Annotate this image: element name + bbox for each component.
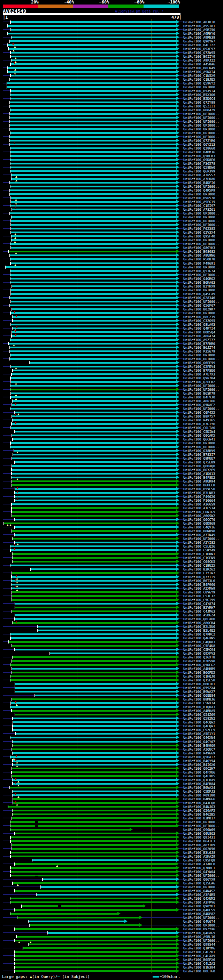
hit-label[interactable]: UniRef100_B4NJQ3: [183, 805, 215, 808]
hit-label[interactable]: UniRef100_Q0D868: [183, 522, 215, 525]
hit-bar[interactable]: [12, 465, 176, 467]
hit-bar[interactable]: [15, 963, 176, 964]
hit-label[interactable]: UniRef100_B4DFI6: [183, 181, 215, 185]
hit-label[interactable]: UniRef100_B4F8D2: [183, 476, 215, 479]
hit-label[interactable]: UniRef100_A9NXI4: [183, 70, 215, 74]
hit-bar[interactable]: [15, 649, 176, 651]
hit-label[interactable]: UniRef100_B4DMJ6: [183, 150, 215, 154]
hit-bar[interactable]: [41, 886, 176, 888]
hit-bar[interactable]: [11, 247, 176, 248]
hit-bar[interactable]: [13, 882, 176, 884]
hit-label[interactable]: UniRef100_A4S8A6: [183, 62, 215, 66]
hit-label[interactable]: UniRef100_C5GI59: [183, 598, 215, 602]
hit-label[interactable]: UniRef100_C1N5X9: [183, 74, 215, 78]
hit-label[interactable]: UniRef100_C3ZG95: [183, 319, 215, 323]
hit-bar[interactable]: [12, 415, 176, 417]
hit-label[interactable]: UniRef100_Q4N4S2: [183, 889, 215, 893]
hit-bar[interactable]: [15, 519, 176, 520]
hit-bar[interactable]: [11, 442, 176, 444]
hit-label[interactable]: UniRef100_A9RHY0: [183, 32, 215, 35]
hit-label[interactable]: UniRef100_A4HHB9: [183, 667, 215, 671]
hit-bar[interactable]: [11, 324, 176, 325]
hit-label[interactable]: UniRef100_Q4XUM2: [183, 897, 215, 900]
hit-label[interactable]: UniRef100_Q5RCR3: [183, 154, 215, 158]
hit-label[interactable]: UniRef100_B7FHR0: [183, 342, 215, 345]
hit-bar[interactable]: [12, 434, 176, 436]
hit-bar[interactable]: [13, 553, 176, 555]
hit-bar[interactable]: [11, 239, 176, 241]
hit-label[interactable]: UniRef100_A9RN38: [183, 35, 215, 39]
hit-label[interactable]: UniRef100_UPI000..: [183, 219, 219, 223]
hit-bar[interactable]: [15, 909, 176, 911]
hit-label[interactable]: UniRef100_B3RZ62: [183, 567, 215, 571]
hit-bar[interactable]: [10, 274, 176, 276]
hit-label[interactable]: UniRef100_A5KAZ9: [183, 854, 215, 858]
hit-label[interactable]: UniRef100_UPI000..: [183, 185, 219, 188]
hit-bar[interactable]: [15, 955, 176, 957]
hit-label[interactable]: UniRef100_A7E7X3: [183, 372, 215, 376]
hit-bar[interactable]: [6, 266, 176, 268]
hit-label[interactable]: UniRef100_Q90W69: [183, 828, 215, 832]
hit-bar[interactable]: [12, 748, 176, 750]
hit-bar[interactable]: [10, 385, 176, 387]
hit-bar[interactable]: [10, 128, 176, 130]
hit-label[interactable]: UniRef100_Q7ZY88: [183, 100, 215, 104]
hit-label[interactable]: UniRef100_P36578: [183, 162, 215, 165]
hit-bar[interactable]: [11, 59, 176, 61]
hit-bar[interactable]: [13, 721, 176, 723]
hit-bar[interactable]: [12, 817, 176, 819]
hit-label[interactable]: UniRef100_B4JEQ6: [183, 801, 215, 805]
hit-label[interactable]: UniRef100_B6SK79: [183, 391, 215, 395]
hit-bar[interactable]: [13, 320, 176, 321]
hit-label[interactable]: UniRef100_Q0CAK5: [183, 434, 215, 438]
hit-bar[interactable]: [11, 871, 176, 873]
hit-bar[interactable]: [10, 147, 176, 149]
hit-label[interactable]: UniRef100_A1D013: [183, 472, 215, 476]
hit-bar[interactable]: [10, 282, 176, 283]
hit-bar[interactable]: [10, 212, 176, 214]
hit-label[interactable]: UniRef100_Q6Y213: [183, 143, 215, 146]
hit-bar[interactable]: [10, 756, 176, 758]
hit-label[interactable]: UniRef100_Q5ZII1: [183, 104, 215, 108]
hit-bar[interactable]: [10, 304, 176, 306]
hit-bar[interactable]: [12, 423, 176, 425]
hit-bar[interactable]: [15, 526, 176, 528]
hit-label[interactable]: UniRef100_A4RHA5: [183, 709, 215, 713]
hit-label[interactable]: UniRef100_B0Z9K7: [183, 307, 215, 311]
hit-label[interactable]: UniRef100_C7YTW7: [183, 571, 215, 575]
hit-bar[interactable]: [15, 614, 176, 616]
hit-label[interactable]: UniRef100_Q7PRC2: [183, 632, 215, 636]
hit-bar[interactable]: [11, 301, 176, 302]
hit-bar[interactable]: [12, 515, 176, 517]
hit-bar[interactable]: [12, 572, 176, 574]
hit-bar[interactable]: [13, 419, 176, 421]
hit-bar[interactable]: [12, 772, 176, 773]
hit-label[interactable]: UniRef100_UPI000..: [183, 357, 219, 361]
hit-bar[interactable]: [15, 959, 176, 961]
hit-label[interactable]: UniRef100_P10664: [183, 498, 215, 502]
hit-bar[interactable]: [12, 473, 176, 474]
hit-bar[interactable]: [10, 159, 176, 161]
hit-bar[interactable]: [11, 52, 176, 54]
hit-label[interactable]: UniRef100_Q59GY2: [183, 81, 215, 85]
hit-bar[interactable]: [13, 622, 176, 624]
hit-bar[interactable]: [12, 645, 176, 647]
hit-bar[interactable]: [12, 469, 176, 471]
hit-label[interactable]: UniRef100_A2YIS2: [183, 541, 215, 544]
hit-bar[interactable]: [13, 725, 176, 727]
hit-bar[interactable]: [14, 412, 176, 414]
hit-bar[interactable]: [10, 565, 176, 566]
hit-bar[interactable]: [10, 546, 176, 547]
hit-label[interactable]: UniRef100_B4IGX6: [183, 763, 215, 767]
hit-bar[interactable]: [11, 549, 176, 551]
hit-bar[interactable]: [9, 251, 176, 252]
hit-label[interactable]: UniRef100_UPI000..: [183, 311, 219, 315]
hit-label[interactable]: UniRef100_Q4U6T4: [183, 920, 215, 923]
hit-label[interactable]: UniRef100_UPI000..: [183, 445, 219, 449]
hit-bar[interactable]: [35, 695, 176, 696]
hit-bar[interactable]: [9, 641, 176, 643]
hit-label[interactable]: UniRef100_B5X3Q6: [183, 93, 215, 97]
hit-label[interactable]: UniRef100_B4QY54: [183, 759, 215, 763]
hit-bar[interactable]: [50, 652, 176, 654]
hit-bar[interactable]: [10, 255, 176, 256]
